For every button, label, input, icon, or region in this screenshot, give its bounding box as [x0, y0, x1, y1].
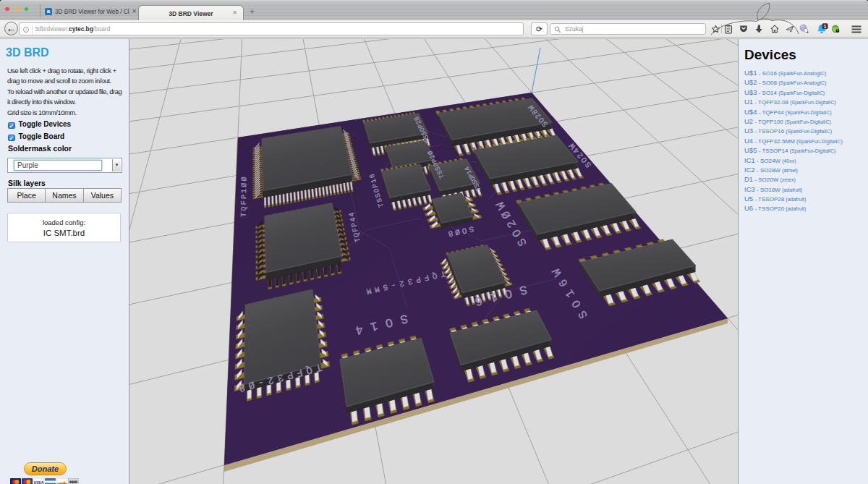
svg-text:TQFP1ØØ: TQFP1ØØ	[240, 175, 249, 217]
svg-text:VISA: VISA	[33, 480, 43, 484]
svg-text:BANK: BANK	[69, 481, 77, 484]
